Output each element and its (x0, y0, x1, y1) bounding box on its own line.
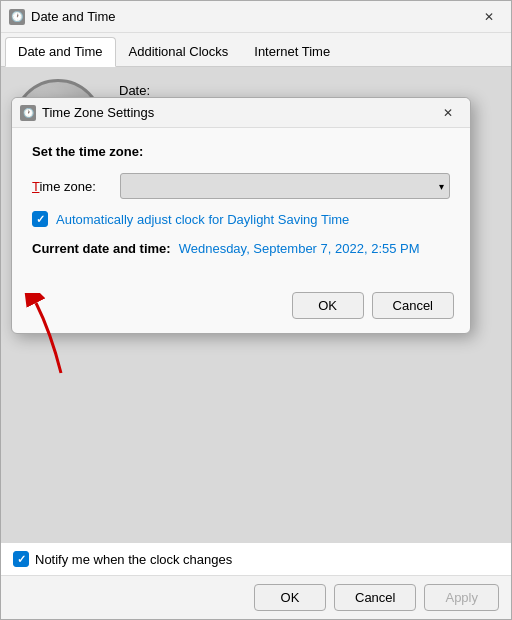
auto-adjust-checkbox[interactable] (32, 211, 48, 227)
modal-close-button[interactable]: ✕ (434, 102, 462, 124)
modal-footer: OK Cancel (12, 284, 470, 333)
tabs-bar: Date and Time Additional Clocks Internet… (1, 33, 511, 67)
outer-window: 🕐 Date and Time ✕ Date and Time Addition… (0, 0, 512, 620)
current-date-value: Wednesday, September 7, 2022, 2:55 PM (179, 241, 420, 256)
notify-checkbox[interactable] (13, 551, 29, 567)
outer-titlebar: 🕐 Date and Time ✕ (1, 1, 511, 33)
apply-button[interactable]: Apply (424, 584, 499, 611)
modal-title: Time Zone Settings (42, 105, 434, 120)
close-button[interactable]: ✕ (475, 6, 503, 28)
window-controls: ✕ (475, 6, 503, 28)
auto-adjust-row: Automatically adjust clock for Daylight … (32, 211, 450, 227)
outer-content: Date: 🕐 Time Zone Settings ✕ Set the tim… (1, 67, 511, 543)
set-timezone-label: Set the time zone: (32, 144, 450, 159)
timezone-row: Time zone: ▾ (32, 173, 450, 199)
notify-row: Notify me when the clock changes (1, 543, 511, 575)
modal-cancel-button[interactable]: Cancel (372, 292, 454, 319)
outer-footer: OK Cancel Apply (1, 575, 511, 619)
tab-internet-time[interactable]: Internet Time (241, 37, 343, 66)
modal-overlay: 🕐 Time Zone Settings ✕ Set the time zone… (1, 67, 511, 543)
auto-adjust-label: Automatically adjust clock for Daylight … (56, 212, 349, 227)
notify-label: Notify me when the clock changes (35, 552, 232, 567)
modal-content: Set the time zone: Time zone: ▾ (12, 128, 470, 284)
modal-ok-button[interactable]: OK (292, 292, 364, 319)
outer-window-title: Date and Time (31, 9, 475, 24)
timezone-modal: 🕐 Time Zone Settings ✕ Set the time zone… (11, 97, 471, 334)
outer-window-icon: 🕐 (9, 9, 25, 25)
timezone-label: Time zone: (32, 179, 112, 194)
tab-date-and-time[interactable]: Date and Time (5, 37, 116, 67)
current-date-label: Current date and time: (32, 241, 171, 256)
tab-additional-clocks[interactable]: Additional Clocks (116, 37, 242, 66)
current-datetime-row: Current date and time: Wednesday, Septem… (32, 241, 450, 256)
modal-titlebar: 🕐 Time Zone Settings ✕ (12, 98, 470, 128)
timezone-select-wrapper: ▾ (120, 173, 450, 199)
ok-button[interactable]: OK (254, 584, 326, 611)
modal-icon: 🕐 (20, 105, 36, 121)
timezone-select[interactable] (120, 173, 450, 199)
timezone-label-text: Time zone: (32, 179, 96, 194)
cancel-button[interactable]: Cancel (334, 584, 416, 611)
